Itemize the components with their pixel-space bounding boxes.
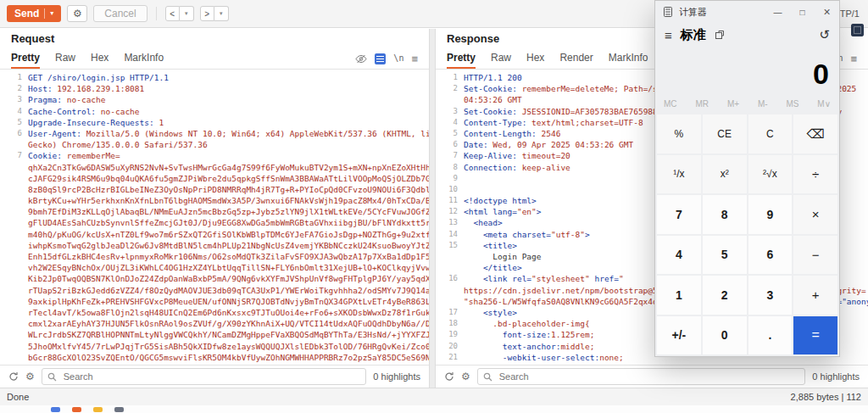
keep-on-top-icon[interactable] bbox=[715, 30, 725, 40]
history-forward-dropdown-icon[interactable]: ▾ bbox=[214, 6, 229, 21]
calc-key-7[interactable]: 7 bbox=[657, 195, 701, 234]
calc-key-²√x[interactable]: ²√x bbox=[748, 155, 793, 194]
calc-key-3[interactable]: 3 bbox=[748, 276, 793, 315]
taskbar-icon[interactable] bbox=[72, 407, 81, 412]
minimize-button[interactable]: — bbox=[765, 1, 790, 23]
calc-key-C[interactable]: C bbox=[748, 114, 793, 153]
tab-hex[interactable]: Hex bbox=[526, 48, 544, 69]
calc-key-0[interactable]: 0 bbox=[703, 316, 747, 355]
calc-key-8[interactable]: 8 bbox=[703, 195, 747, 234]
calc-key-1[interactable]: 1 bbox=[657, 276, 701, 315]
cancel-button[interactable]: Cancel bbox=[93, 5, 147, 22]
line-number: 8 bbox=[436, 162, 464, 173]
tab-hex[interactable]: Hex bbox=[91, 48, 108, 69]
newline-toggle-icon[interactable]: \n bbox=[393, 54, 403, 63]
calc-key-equals[interactable]: = bbox=[793, 316, 837, 355]
request-search-bar: ⚙ 0 highlights bbox=[0, 365, 429, 388]
calc-key-⌫[interactable]: ⌫ bbox=[793, 114, 837, 153]
taskbar-icon[interactable] bbox=[114, 407, 124, 412]
tab-pretty[interactable]: Pretty bbox=[447, 48, 476, 69]
tab-raw[interactable]: Raw bbox=[55, 48, 75, 69]
inspector-toggle-icon[interactable] bbox=[851, 24, 864, 36]
line-number: 1 bbox=[0, 72, 28, 83]
code-line: 6User-Agent: Mozilla/5.0 (Windows NT 10.… bbox=[0, 128, 429, 139]
editor-menu-icon[interactable]: ≡ bbox=[411, 53, 418, 64]
line-number bbox=[0, 262, 28, 273]
history-back-button[interactable]: < bbox=[165, 6, 180, 21]
memory-button-mr[interactable]: MR bbox=[695, 99, 709, 109]
search-settings-gear-icon[interactable]: ⚙ bbox=[461, 371, 470, 382]
memory-button-m∨[interactable]: M∨ bbox=[817, 99, 831, 109]
calc-key-CE[interactable]: CE bbox=[703, 114, 747, 153]
tab-markinfo[interactable]: MarkInfo bbox=[124, 48, 164, 69]
calculator-app-icon bbox=[664, 7, 672, 17]
tab-pretty[interactable]: Pretty bbox=[11, 48, 40, 69]
taskbar-icon[interactable] bbox=[93, 407, 103, 412]
calc-key-9[interactable]: 9 bbox=[748, 195, 793, 234]
line-number: 12 bbox=[436, 206, 464, 217]
editor-menu-icon[interactable]: ≡ bbox=[850, 53, 857, 64]
calc-key-+/-[interactable]: +/- bbox=[657, 316, 701, 355]
search-refresh-icon[interactable] bbox=[444, 371, 454, 382]
history-back-dropdown-icon[interactable]: ▾ bbox=[180, 6, 194, 21]
tab-render[interactable]: Render bbox=[559, 48, 593, 69]
search-settings-gear-icon[interactable]: ⚙ bbox=[25, 371, 35, 382]
response-search-input[interactable] bbox=[498, 371, 800, 382]
history-forward-button[interactable]: > bbox=[200, 6, 214, 21]
search-refresh-icon[interactable] bbox=[8, 371, 19, 382]
line-number: 14 bbox=[436, 229, 464, 240]
code-line: Kib2Jp0TwqOQBSN7KlOnDJoZ24ZdpOanWaBxbP5m… bbox=[0, 273, 429, 284]
memory-button-mc[interactable]: MC bbox=[664, 99, 677, 109]
calc-key-¹/x[interactable]: ¹/x bbox=[657, 155, 701, 194]
maximize-button[interactable]: □ bbox=[790, 1, 815, 23]
calc-key-×[interactable]: × bbox=[793, 195, 837, 234]
calc-key-+[interactable]: + bbox=[793, 276, 837, 315]
calc-key-6[interactable]: 6 bbox=[748, 236, 793, 275]
calculator-mode-label[interactable]: 标准 bbox=[681, 27, 706, 43]
line-number bbox=[0, 318, 28, 329]
calc-key-.[interactable]: . bbox=[748, 316, 793, 355]
hide-highlights-eye-icon[interactable] bbox=[355, 54, 367, 64]
calc-key-5[interactable]: 5 bbox=[703, 236, 747, 275]
send-dropdown-caret-icon[interactable]: ▾ bbox=[50, 10, 53, 17]
memory-button-ms[interactable]: MS bbox=[786, 99, 798, 109]
code-line: 7Cookie: rememberMe= bbox=[0, 150, 429, 161]
calc-key-2[interactable]: 2 bbox=[703, 276, 747, 315]
calc-key-%[interactable]: % bbox=[657, 114, 701, 153]
code-line: 9axkiplHpKhFeZk+PREHVSHFGVxcP8MeueUEN/uf… bbox=[0, 296, 429, 307]
line-number: 17 bbox=[436, 307, 464, 318]
calculator-menu-icon[interactable]: ≡ bbox=[665, 28, 672, 42]
response-panel-title: Response bbox=[447, 32, 499, 45]
code-line: 2Host: 192.168.239.1:8081 bbox=[0, 83, 429, 94]
send-button[interactable]: Send ▾ bbox=[7, 5, 61, 22]
line-number bbox=[436, 251, 464, 262]
tab-markinfo[interactable]: MarkInfo bbox=[609, 48, 648, 69]
line-number: 3 bbox=[0, 94, 28, 105]
line-number: 20 bbox=[436, 341, 464, 352]
code-line: 9bmh7EfDiM3zKLLqOjlAbaqBL/NMmEuAJzn5mcBb… bbox=[0, 206, 429, 217]
memory-button-m-[interactable]: M- bbox=[758, 99, 768, 109]
history-icon[interactable]: ↺ bbox=[819, 27, 830, 42]
panel-splitter[interactable] bbox=[429, 29, 436, 388]
request-highlights-count: 0 highlights bbox=[373, 371, 420, 382]
close-button[interactable]: × bbox=[815, 1, 839, 23]
request-editor-icons: \n ≡ bbox=[355, 48, 418, 69]
calculator-titlebar[interactable]: 计算器 — □ × bbox=[655, 1, 839, 23]
toolbar-divider bbox=[156, 7, 157, 20]
request-tabs: PrettyRawHexMarkInfo bbox=[11, 48, 164, 69]
request-editor[interactable]: 1GET /shiro/login.jsp HTTP/1.12Host: 192… bbox=[0, 70, 429, 365]
calc-key-÷[interactable]: ÷ bbox=[793, 155, 837, 194]
request-search-input[interactable] bbox=[62, 371, 361, 382]
pretty-format-icon[interactable] bbox=[375, 53, 386, 64]
request-settings-gear-button[interactable]: ⚙ bbox=[67, 5, 87, 22]
calc-key-x²[interactable]: x² bbox=[703, 155, 747, 194]
line-number: 4 bbox=[436, 117, 464, 128]
taskbar-icon[interactable] bbox=[51, 407, 60, 412]
memory-button-m+[interactable]: M+ bbox=[727, 99, 739, 109]
line-number: 10 bbox=[436, 184, 464, 195]
request-search-field[interactable] bbox=[42, 368, 367, 385]
calc-key-4[interactable]: 4 bbox=[657, 236, 701, 275]
response-search-field[interactable] bbox=[477, 368, 806, 385]
calc-key-−[interactable]: − bbox=[793, 236, 837, 275]
tab-raw[interactable]: Raw bbox=[491, 48, 511, 69]
